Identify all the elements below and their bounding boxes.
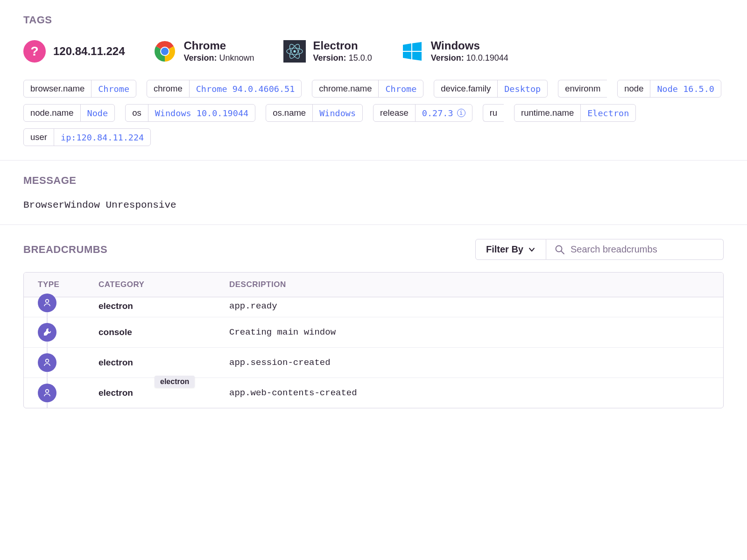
svg-point-12 [46, 390, 49, 393]
svg-point-2 [161, 48, 169, 55]
tag-key: runtime.name [514, 105, 580, 121]
breadcrumb-description: Creating main window [229, 327, 723, 337]
tag-ip-item[interactable]: ? 120.84.11.224 [23, 40, 125, 63]
tag-key: node.name [24, 105, 80, 121]
user-icon [38, 384, 56, 402]
tag-pill[interactable]: environm [558, 80, 607, 98]
tag-value: Chrome 94.0.4606.51 [189, 80, 302, 97]
tag-key: os [126, 105, 148, 121]
svg-point-10 [46, 300, 49, 303]
tag-pill[interactable]: browser.nameChrome [23, 80, 136, 98]
tags-section: TAGS ? 120.84.11.224 [0, 0, 747, 161]
breadcrumb-category: electron [99, 301, 229, 311]
tag-value: Desktop [497, 80, 547, 97]
message-section: MESSAGE BrowserWindow Unresponsive [0, 161, 747, 225]
tag-key: device.family [434, 80, 497, 97]
electron-icon [283, 40, 306, 63]
header-type: TYPE [38, 280, 99, 289]
breadcrumb-category: electronelectron [99, 388, 229, 398]
tag-key: release [374, 105, 415, 121]
tag-pill[interactable]: userip:120.84.11.224 [23, 128, 151, 146]
svg-point-11 [46, 359, 49, 363]
tag-value: Node [80, 105, 115, 121]
breadcrumb-row[interactable]: electronapp.ready [24, 297, 723, 317]
info-icon[interactable]: i [457, 109, 465, 117]
breadcrumbs-title: BREADCRUMBS [23, 244, 107, 256]
filter-by-button[interactable]: Filter By [475, 239, 546, 260]
tag-key: user [24, 129, 54, 146]
tag-chrome-version: Unknown [219, 53, 254, 63]
tag-pill[interactable]: chrome.nameChrome [312, 80, 423, 98]
tag-pill[interactable]: osWindows 10.0.19044 [125, 104, 255, 122]
tags-title: TAGS [23, 14, 724, 26]
tag-pill[interactable]: device.familyDesktop [434, 80, 548, 98]
tag-key: os.name [266, 105, 312, 121]
tag-icons-row: ? 120.84.11.224 Chrome Version: [23, 39, 724, 63]
tag-pill[interactable]: os.nameWindows [266, 104, 363, 122]
search-input[interactable] [571, 244, 715, 255]
tag-windows-version: 10.0.19044 [466, 53, 508, 63]
tag-electron-name: Electron [313, 39, 372, 52]
tag-value: Electron [580, 105, 635, 121]
svg-line-9 [561, 251, 564, 254]
tag-key: node [618, 80, 650, 97]
version-label: Version: [183, 53, 217, 63]
user-icon [38, 294, 56, 312]
tag-pill[interactable]: release0.27.3i [373, 104, 472, 122]
tooltip: electron [155, 376, 195, 388]
breadcrumb-category: electron [99, 357, 229, 368]
breadcrumb-description: app.session-created [229, 357, 723, 368]
header-description: DESCRIPTION [229, 280, 723, 289]
breadcrumb-row[interactable]: electronelectronapp.web-contents-created [24, 378, 723, 408]
user-icon [38, 353, 56, 372]
tag-pill[interactable]: node.nameNode [23, 104, 115, 122]
tag-value: Chrome [91, 80, 136, 97]
breadcrumbs-table-header: TYPE CATEGORY DESCRIPTION [24, 273, 723, 297]
tag-chrome-item[interactable]: Chrome Version: Unknown [154, 39, 254, 63]
search-box[interactable] [546, 239, 724, 260]
tag-key: ru [483, 105, 504, 121]
chrome-icon [154, 40, 176, 63]
svg-point-7 [293, 50, 296, 52]
tag-electron-item[interactable]: Electron Version: 15.0.0 [283, 39, 372, 63]
tag-key: browser.name [24, 80, 91, 97]
breadcrumb-category: console [99, 327, 229, 337]
tag-pill[interactable]: runtime.nameElectron [514, 104, 636, 122]
message-title: MESSAGE [23, 175, 724, 187]
tag-pill[interactable]: nodeNode 16.5.0 [617, 80, 721, 98]
breadcrumbs-section: BREADCRUMBS Filter By TYPE CATEGORY DESC… [0, 225, 747, 422]
tag-key: environm [558, 80, 607, 97]
tag-pill[interactable]: chromeChrome 94.0.4606.51 [147, 80, 302, 98]
breadcrumb-description: app.ready [229, 301, 723, 311]
tag-value: Chrome [378, 80, 423, 97]
tag-value: Node 16.5.0 [650, 80, 721, 97]
message-text: BrowserWindow Unresponsive [23, 200, 724, 210]
breadcrumb-row[interactable]: electronapp.session-created [24, 348, 723, 378]
tag-value: Windows [312, 105, 362, 121]
tag-pills: browser.nameChromechromeChrome 94.0.4606… [23, 80, 724, 146]
tag-value: 0.27.3i [415, 105, 472, 121]
tag-key: chrome.name [312, 80, 378, 97]
question-icon: ? [23, 40, 46, 63]
filter-by-label: Filter By [486, 244, 523, 255]
filter-controls: Filter By [475, 239, 724, 260]
tag-electron-version: 15.0.0 [349, 53, 372, 63]
header-category: CATEGORY [99, 280, 229, 289]
version-label: Version: [313, 53, 346, 63]
tag-windows-item[interactable]: Windows Version: 10.0.19044 [401, 39, 508, 63]
tag-key: chrome [147, 80, 189, 97]
tag-value: Windows 10.0.19044 [148, 105, 255, 121]
tag-pill[interactable]: ru [483, 104, 504, 122]
chevron-down-icon [528, 246, 536, 253]
search-icon [555, 245, 565, 255]
version-label: Version: [431, 53, 464, 63]
wrench-icon [38, 323, 56, 342]
breadcrumb-description: app.web-contents-created [229, 388, 723, 398]
windows-icon [401, 40, 423, 63]
tag-ip-value: 120.84.11.224 [53, 45, 125, 58]
tag-chrome-name: Chrome [183, 39, 254, 52]
breadcrumbs-table: TYPE CATEGORY DESCRIPTION electronapp.re… [23, 272, 724, 408]
tag-value: ip:120.84.11.224 [54, 129, 150, 146]
tag-windows-name: Windows [431, 39, 508, 52]
breadcrumb-row[interactable]: consoleCreating main window [24, 317, 723, 348]
